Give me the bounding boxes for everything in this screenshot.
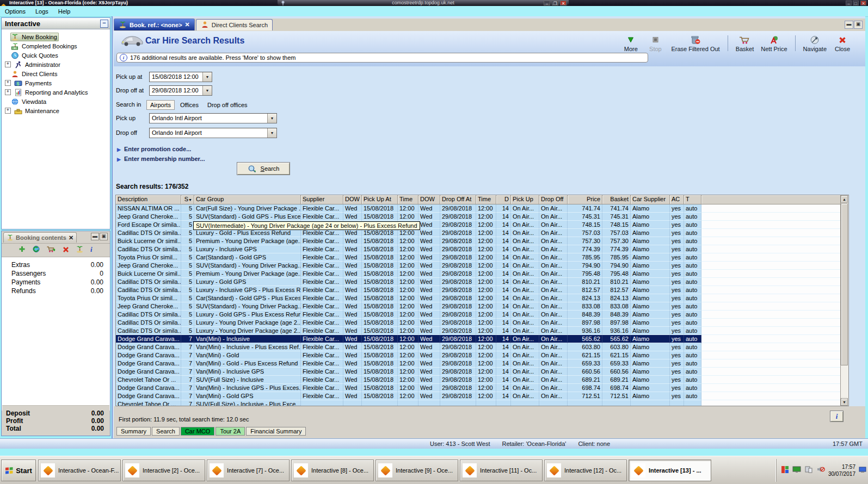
pane-minimize-button[interactable]: ▬ [845, 21, 853, 29]
result-row[interactable]: Cadillac DTS Or simila...5Luxury - Gold … [116, 278, 841, 286]
network-tray-icon[interactable] [859, 466, 867, 475]
pick-up-at-field[interactable]: 15/08/2018 12:00 ▼ [149, 72, 212, 82]
result-row[interactable]: Dodge Grand Carava...7Van(Mini) - Inclus… [116, 384, 841, 392]
antivirus-tray-icon[interactable] [781, 466, 789, 476]
vertical-scrollbar[interactable]: ▲ ▼ [840, 195, 848, 406]
column-header-dow[interactable]: DOW [418, 195, 440, 204]
transfer-basket-icon[interactable] [46, 245, 56, 255]
expand-plus-icon[interactable]: + [5, 89, 11, 95]
window-close-button[interactable]: ✕ [860, 1, 866, 5]
result-row[interactable]: Dodge Grand Carava...7Van(Mini) - Inclus… [116, 343, 841, 351]
display-tray-icon[interactable] [792, 466, 801, 475]
sidebar-item-payments[interactable]: +$Payments [2, 78, 110, 88]
info-icon[interactable]: i [90, 245, 94, 255]
result-row[interactable]: Jeep Grand Cheroke...5SUV(Standard) - Yo… [116, 302, 841, 311]
expand-plus-icon[interactable]: + [5, 80, 11, 86]
rdp-minimize-button[interactable]: – [544, 1, 550, 5]
close-icon[interactable]: ✕ [69, 234, 73, 241]
nett-price-button[interactable]: Nett Price [761, 34, 787, 52]
result-row[interactable]: Dodge Grand Carava...7Van(Mini) - GoldFl… [116, 351, 841, 359]
expand-plus-icon[interactable]: + [5, 61, 11, 67]
add-icon[interactable] [18, 245, 26, 255]
result-row[interactable]: Cadillac DTS Or simila...5Luxury - Young… [116, 327, 841, 335]
taskbar-button-7[interactable]: Interactive [12] - Oc... [544, 460, 627, 481]
refresh-icon[interactable] [32, 245, 40, 255]
result-row[interactable]: Cadillac DTS Or simila...5Luxury - Gold … [116, 311, 841, 319]
column-header-car-group[interactable]: Car Group [194, 195, 301, 204]
result-row[interactable]: Chevrolet Tahoe Or ...7SUV(Full Size) - … [116, 376, 841, 384]
column-header-pick-up-at[interactable]: Pick Up At [362, 195, 398, 204]
sidebar-item-reporting-and-analytics[interactable]: +Reporting and Analytics [2, 88, 110, 97]
chevron-down-icon[interactable]: ▼ [202, 86, 212, 95]
menu-item-options[interactable]: Options [5, 7, 26, 17]
result-row[interactable]: Dodge Grand Carava...7Van(Mini) - Gold -… [116, 359, 841, 368]
taskbar-button-5[interactable]: Interactive [9] - Oce... [375, 460, 458, 481]
sidebar-collapse-button[interactable]: − [100, 20, 108, 28]
bottom-tab-tour-2a[interactable]: Tour 2A [216, 427, 245, 436]
sidebar-item-administrator[interactable]: +Administrator [2, 60, 110, 69]
result-row[interactable]: NISSAN ALTIMA OR ...5Car(Full Size) - Yo… [116, 204, 841, 213]
tab-close-icon[interactable]: ✕ [185, 21, 190, 28]
sidebar-item-quick-quotes[interactable]: Quick Quotes [2, 51, 110, 60]
tab-book-ref-none-[interactable]: Book. ref.: <none>✕ [114, 18, 195, 30]
result-row[interactable]: Cadillac DTS Or simila...5Luxury - Inclu… [116, 245, 841, 253]
taskbar-button-1[interactable]: Interactive - Ocean-F... [38, 460, 121, 481]
column-header-drop-off-at[interactable]: Drop Off At [440, 195, 476, 204]
result-row[interactable]: Jeep Grand Cheroke...5SUV(Standard) - Go… [116, 213, 841, 221]
result-row[interactable]: Buick Lucerne Or simil...5Premium - Youn… [116, 237, 841, 245]
search-in-option-drop-off-offices[interactable]: Drop off offices [204, 101, 251, 109]
column-header-price[interactable]: Price [568, 195, 602, 204]
sidebar-item-direct-clients[interactable]: Direct Clients [2, 69, 110, 78]
bottom-tab-car-mco[interactable]: Car MCO [181, 427, 214, 436]
taskbar-button-8[interactable]: Interactive [13] - ... [629, 460, 711, 481]
close-button[interactable]: Close [834, 34, 851, 52]
devices-tray-icon[interactable] [804, 466, 813, 475]
delete-icon[interactable] [62, 245, 70, 255]
taskbar-button-3[interactable]: Interactive [7] - Oce... [207, 460, 290, 481]
column-header-basket[interactable]: Basket [602, 195, 631, 204]
scroll-up-icon[interactable]: ▲ [841, 195, 848, 203]
booking-contents-tab[interactable]: Booking contents ✕ [3, 232, 77, 243]
column-header-s[interactable]: S▼ [181, 195, 194, 204]
membership-number-link[interactable]: ▶Enter membership number... [117, 156, 205, 162]
result-row[interactable]: Toyota Prius Or simil...5Car(Standard) -… [116, 253, 841, 262]
window-minimize-button[interactable]: – [846, 1, 852, 5]
bottom-tab-summary[interactable]: Summary [116, 427, 151, 436]
expand-plus-icon[interactable]: + [5, 108, 11, 114]
palm-icon[interactable] [76, 245, 84, 255]
column-header-drop-off[interactable]: Drop Off [539, 195, 568, 204]
search-button[interactable]: Search [237, 162, 290, 175]
drop-off-at-field[interactable]: 29/08/2018 12:00 ▼ [149, 85, 212, 96]
result-row[interactable]: Cadillac DTS Or simila...5Luxury - Gold … [116, 229, 841, 237]
menu-item-help[interactable]: Help [58, 7, 71, 17]
pick-up-field[interactable]: Orlando Intl Airport ▼ [149, 113, 277, 123]
column-header-d[interactable]: D [496, 195, 511, 204]
drop-off-field[interactable]: Orlando Intl Airport ▼ [149, 128, 277, 138]
scroll-down-icon[interactable]: ▼ [841, 398, 848, 406]
chevron-down-icon[interactable]: ▼ [202, 72, 212, 82]
taskbar-button-2[interactable]: Interactive [2] - Oce... [122, 460, 205, 481]
erase-filtered-out-button[interactable]: Erase Filtered Out [671, 34, 719, 52]
promotion-code-link[interactable]: ▶Enter promotion code... [117, 146, 191, 152]
result-row[interactable]: Dodge Grand Carava...7Van(Mini) - Inclus… [116, 335, 841, 343]
column-header-ac[interactable]: AC [670, 195, 684, 204]
column-header-pick-up[interactable]: Pick Up [511, 195, 539, 204]
result-row[interactable]: Dodge Grand Carava...7Van(Mini) - Inclus… [116, 368, 841, 376]
window-maximize-button[interactable]: □ [853, 1, 859, 5]
result-row[interactable]: Cadillac DTS Or simila...5Luxury - Inclu… [116, 286, 841, 294]
bottom-tab-search[interactable]: Search [152, 427, 180, 436]
search-in-option-offices[interactable]: Offices [177, 101, 202, 109]
column-header-car-supplier[interactable]: Car Supplier [631, 195, 670, 204]
more-button[interactable]: More [622, 34, 639, 52]
column-header-time[interactable]: Time [398, 195, 418, 204]
start-button[interactable]: Start [1, 460, 36, 481]
sidebar-item-new-booking[interactable]: New Booking [2, 32, 110, 41]
chevron-down-icon[interactable]: ▼ [267, 114, 276, 123]
result-row[interactable]: Chevrolet Tahoe Or ...7SUV(Full Size) - … [116, 400, 841, 406]
volume-muted-tray-icon[interactable] [816, 466, 825, 475]
sidebar-item-maintenance[interactable]: +Maintenance [2, 106, 110, 115]
result-row[interactable]: Jeep Grand Cheroke...5SUV(Standard) - Yo… [116, 262, 841, 270]
taskbar-button-4[interactable]: Interactive [8] - Oce... [291, 460, 374, 481]
result-row[interactable]: Cadillac DTS Or simila...5Luxury - Young… [116, 319, 841, 327]
booking-minimize-button[interactable]: ▬ [91, 233, 99, 240]
